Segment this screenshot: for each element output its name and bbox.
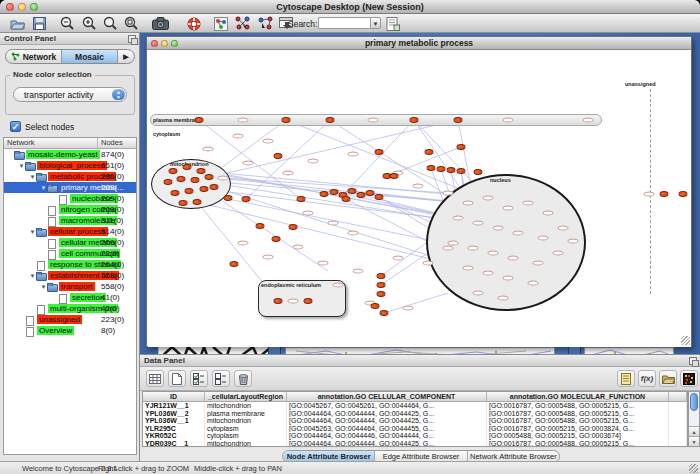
network-node[interactable] xyxy=(171,190,180,196)
network-view-titlebar[interactable]: primary metabolic process xyxy=(147,37,691,50)
network-node[interactable] xyxy=(289,224,298,230)
network-node[interactable] xyxy=(274,298,283,304)
network-node[interactable] xyxy=(179,200,188,206)
unselect-attributes-icon[interactable] xyxy=(212,370,230,387)
table-row-ykr052c[interactable]: YKR052Ccytoplasm[GO:0044464, GO:0044446,… xyxy=(143,432,687,440)
network-node[interactable] xyxy=(330,189,339,195)
vizmapper-icon[interactable] xyxy=(212,15,230,32)
tree-row-nitrogen-compo[interactable]: nitrogen compo209(0) xyxy=(4,204,136,215)
tab-network[interactable]: Network xyxy=(6,50,62,63)
tree-row-multi-organism-pro[interactable]: multi-organism pro42(0) xyxy=(4,303,136,314)
network-node[interactable] xyxy=(205,174,214,180)
network-node[interactable] xyxy=(195,117,204,123)
function-builder-icon[interactable]: f(x) xyxy=(638,370,656,387)
network-node[interactable] xyxy=(242,196,251,202)
network-node[interactable] xyxy=(679,191,688,197)
network-node[interactable] xyxy=(425,149,434,155)
float-data-panel-icon[interactable] xyxy=(689,357,697,365)
tree-expand-icon[interactable]: ▼ xyxy=(29,273,36,279)
network-node[interactable] xyxy=(304,298,313,304)
attribute-notes-icon[interactable] xyxy=(617,370,635,387)
tree-row-macromolecule[interactable]: macromolecule311(0) xyxy=(4,215,136,226)
float-panel-icon[interactable] xyxy=(128,35,136,43)
network-node[interactable] xyxy=(375,149,384,155)
tree-row-mosaic-demo-yeast[interactable]: mosaic-demo-yeast874(0) xyxy=(4,149,136,160)
tree-row-secretion[interactable]: secretion41(0) xyxy=(4,292,136,303)
view-resize-grip[interactable] xyxy=(681,336,690,345)
network-node[interactable] xyxy=(177,176,186,182)
zoom-fit-icon[interactable] xyxy=(101,15,119,32)
table-column-header[interactable]: _cellularLayoutRegion xyxy=(205,392,287,401)
network-node[interactable] xyxy=(357,192,366,198)
select-attributes-icon[interactable] xyxy=(190,370,208,387)
tree-expand-icon[interactable]: ▼ xyxy=(29,229,36,235)
tree-row-primary-metabo[interactable]: ▼primary metabo209(... xyxy=(4,182,136,193)
network-node[interactable] xyxy=(326,117,335,123)
network-node[interactable] xyxy=(169,168,178,174)
network-node[interactable] xyxy=(371,303,380,309)
open-file-icon[interactable] xyxy=(8,15,26,32)
network-node[interactable] xyxy=(200,186,209,192)
tree-row-unassigned[interactable]: unassigned223(0) xyxy=(4,314,136,325)
table-column-header[interactable] xyxy=(669,392,687,401)
network-node[interactable] xyxy=(224,195,233,201)
table-scrollbar[interactable]: ▲ ▼ xyxy=(688,391,700,447)
network-node[interactable] xyxy=(410,117,419,123)
network-node[interactable] xyxy=(454,117,463,123)
table-row-ydr039c__1[interactable]: YDR039C__1mitochondrion[GO:0044464, GO:0… xyxy=(143,440,687,447)
zoom-selected-icon[interactable] xyxy=(122,15,140,32)
network-node[interactable] xyxy=(427,165,436,171)
tree-row-response-to-stimulu[interactable]: response to stimulu264(0) xyxy=(4,259,136,270)
network-node[interactable] xyxy=(185,188,194,194)
network-node[interactable] xyxy=(191,177,200,183)
node-color-dropdown[interactable]: transporter activity ▲▼ xyxy=(13,87,127,102)
tree-row-metabolic-process[interactable]: ▼metabolic process280(0) xyxy=(4,171,136,182)
zoom-out-icon[interactable] xyxy=(58,15,76,32)
network-node[interactable] xyxy=(342,196,351,202)
table-row-ylr295c[interactable]: YLR295Ccytoplasm[GO:0045263, GO:0044464,… xyxy=(143,425,687,433)
network-node[interactable] xyxy=(210,184,219,190)
network-node[interactable] xyxy=(375,194,384,200)
search-input[interactable] xyxy=(318,17,370,29)
scrollbar-thumb[interactable] xyxy=(690,393,698,411)
attribute-matrix-icon[interactable] xyxy=(680,370,698,387)
network-node[interactable] xyxy=(164,179,173,185)
network-node[interactable] xyxy=(660,191,669,197)
network-node[interactable] xyxy=(348,188,357,194)
network-node[interactable] xyxy=(447,167,456,173)
select-nodes-checkbox[interactable]: ✓ xyxy=(10,121,21,132)
tree-row-cellular-metabo[interactable]: cellular metabo209(0) xyxy=(4,237,136,248)
tree-column-nodes[interactable]: Nodes xyxy=(98,138,136,148)
tree-row-overview[interactable]: Overview8(0) xyxy=(4,325,136,336)
zoom-in-icon[interactable] xyxy=(80,15,98,32)
network-node[interactable] xyxy=(377,282,386,288)
tree-expand-icon[interactable]: ▼ xyxy=(18,163,25,169)
snapshot-icon[interactable] xyxy=(151,15,169,32)
network-node[interactable] xyxy=(474,169,483,175)
network-node[interactable] xyxy=(377,291,386,297)
network-node[interactable] xyxy=(282,117,291,123)
network-node[interactable] xyxy=(380,310,389,316)
scroll-down-icon[interactable]: ▼ xyxy=(689,436,699,446)
tree-column-network[interactable]: Network xyxy=(4,138,98,148)
attribute-table-icon[interactable] xyxy=(146,370,164,387)
tree-row-transport[interactable]: ▼transport558(0) xyxy=(4,281,136,292)
delete-attribute-icon[interactable] xyxy=(234,370,252,387)
tree-expand-icon[interactable]: ▼ xyxy=(40,185,47,191)
annotation-browser-icon[interactable] xyxy=(384,15,402,32)
network-node[interactable] xyxy=(437,166,446,172)
table-row-yjr121w__1[interactable]: YJR121W__1mitochondrion[GO:0045267, GO:0… xyxy=(143,402,687,410)
window-resize-grip[interactable] xyxy=(689,464,698,473)
network-node[interactable] xyxy=(320,191,329,197)
layout-nodes-icon[interactable] xyxy=(234,15,252,32)
tree-row-cellular-process[interactable]: ▼cellular process614(0) xyxy=(4,226,136,237)
network-node[interactable] xyxy=(183,164,192,170)
tree-row-biological-process[interactable]: ▼biological_process651(0) xyxy=(4,160,136,171)
table-column-header[interactable]: ID xyxy=(143,392,205,401)
network-node[interactable] xyxy=(256,223,265,229)
help-lifering-icon[interactable] xyxy=(185,15,203,32)
table-column-header[interactable]: annotation.GO CELLULAR_COMPONENT xyxy=(287,392,487,401)
network-node[interactable] xyxy=(457,168,466,174)
network-node[interactable] xyxy=(366,190,375,196)
table-row-ypl036w__2[interactable]: YPL036W__2plasma membrane[GO:0044464, GO… xyxy=(143,410,687,418)
